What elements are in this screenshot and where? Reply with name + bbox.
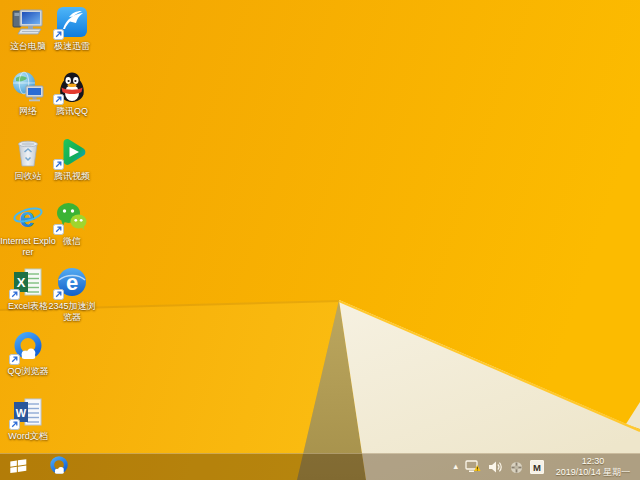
shortcut-arrow-icon — [53, 289, 64, 300]
tencent-video-icon — [55, 135, 89, 169]
icon-label: Word文档 — [0, 431, 57, 442]
tencent-qq-icon — [55, 70, 89, 104]
shortcut-arrow-icon — [53, 94, 64, 105]
clock-time: 12:30 — [551, 456, 635, 467]
word-icon: W — [11, 395, 45, 429]
taskbar: ▴ M 1 — [0, 453, 640, 480]
desktop-icon-wechat[interactable]: 微信 — [43, 200, 101, 247]
desktop-icon-2345-browser[interactable]: e 2345加速浏览器 — [43, 265, 101, 323]
this-pc-icon — [11, 5, 45, 39]
recycle-bin-icon — [11, 135, 45, 169]
ime-indicator[interactable]: M — [530, 460, 544, 474]
system-tray: ▴ M 1 — [453, 454, 640, 480]
svg-text:e: e — [19, 202, 35, 233]
shortcut-arrow-icon — [9, 289, 20, 300]
desktop-icon-thunder[interactable]: 极速迅雷 — [43, 5, 101, 52]
svg-text:W: W — [16, 407, 27, 419]
icon-label: 极速迅雷 — [43, 41, 101, 52]
qq-browser-icon — [11, 330, 45, 364]
network-status-icon[interactable] — [465, 460, 481, 474]
icon-label: 腾讯视频 — [43, 171, 101, 182]
tray-expand-icon[interactable]: ▴ — [453, 462, 458, 471]
windows-logo-icon — [8, 456, 28, 479]
clock-date: 2019/10/14 星期一 — [551, 467, 635, 478]
icon-label: 腾讯QQ — [43, 106, 101, 117]
desktop-icon-word[interactable]: W Word文档 — [0, 395, 57, 442]
excel-icon: X — [11, 265, 45, 299]
2345-browser-icon: e — [55, 265, 89, 299]
svg-text:X: X — [17, 275, 26, 290]
icon-label: 2345加速浏览器 — [43, 301, 101, 323]
network-icon — [11, 70, 45, 104]
tray-clock[interactable]: 12:30 2019/10/14 星期一 — [551, 456, 635, 479]
desktop-icon-qq-browser[interactable]: QQ浏览器 — [0, 330, 57, 377]
shortcut-arrow-icon — [53, 224, 64, 235]
tray-app-icon[interactable] — [510, 461, 523, 474]
start-button[interactable] — [0, 454, 36, 480]
qq-browser-icon — [48, 455, 70, 480]
shortcut-arrow-icon — [9, 419, 20, 430]
taskbar-qq-browser-button[interactable] — [42, 454, 76, 480]
icon-label: 微信 — [43, 236, 101, 247]
desktop-icon-tencent-qq[interactable]: 腾讯QQ — [43, 70, 101, 117]
shortcut-arrow-icon — [9, 354, 20, 365]
svg-text:e: e — [66, 270, 78, 295]
volume-icon[interactable] — [488, 461, 503, 473]
wechat-icon — [55, 200, 89, 234]
shortcut-arrow-icon — [53, 159, 64, 170]
shortcut-arrow-icon — [53, 29, 64, 40]
thunder-icon — [55, 5, 89, 39]
icon-label: QQ浏览器 — [0, 366, 57, 377]
internet-explorer-icon: e — [11, 200, 45, 234]
desktop-icon-tencent-video[interactable]: 腾讯视频 — [43, 135, 101, 182]
